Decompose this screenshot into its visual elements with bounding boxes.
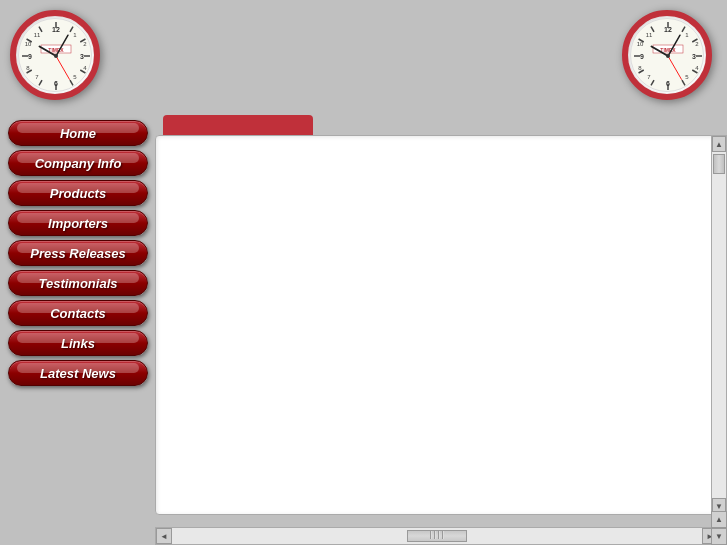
scroll-left-button[interactable]: ◄ xyxy=(156,528,172,544)
content-area: ▲ ▼ ◄ xyxy=(155,115,727,545)
active-tab[interactable] xyxy=(163,115,313,135)
scroll-thumb-horizontal[interactable] xyxy=(407,530,467,542)
svg-text:2: 2 xyxy=(83,41,87,47)
svg-line-37 xyxy=(651,80,654,85)
svg-text:3: 3 xyxy=(80,53,84,60)
svg-line-35 xyxy=(682,80,685,85)
svg-text:7: 7 xyxy=(35,74,39,80)
nav-latest-news[interactable]: Latest News xyxy=(8,360,148,386)
svg-text:9: 9 xyxy=(640,53,644,60)
svg-text:11: 11 xyxy=(646,32,653,38)
scroll-up-button[interactable]: ▲ xyxy=(712,136,726,152)
nav-testimonials[interactable]: Testimonials xyxy=(8,270,148,296)
svg-line-5 xyxy=(70,80,73,85)
svg-text:6: 6 xyxy=(54,80,58,87)
vertical-scrollbar: ▲ ▼ xyxy=(711,135,727,515)
main-area: Home Company Info Products Importers Pre… xyxy=(0,115,727,545)
top-area: 12 3 6 9 1 2 4 5 7 8 10 11 TIMEX xyxy=(0,0,727,115)
clock-inner-left: 12 3 6 9 1 2 4 5 7 8 10 11 TIMEX xyxy=(18,18,92,92)
clock-right: 12 3 6 9 1 2 4 5 7 8 10 11 TIMEX xyxy=(622,10,712,100)
scroll-track-horizontal[interactable] xyxy=(172,528,702,544)
svg-text:2: 2 xyxy=(695,41,699,47)
svg-text:9: 9 xyxy=(28,53,32,60)
corner-scroll-up[interactable]: ▲ xyxy=(711,511,727,528)
svg-text:4: 4 xyxy=(83,65,87,71)
sidebar: Home Company Info Products Importers Pre… xyxy=(0,115,155,545)
svg-line-28 xyxy=(56,56,70,79)
content-frame xyxy=(155,135,719,515)
clock-face-right: 12 3 6 9 1 2 4 5 7 8 10 11 TIMEX xyxy=(622,10,712,100)
horizontal-scrollbar: ◄ ► xyxy=(155,527,719,545)
svg-line-11 xyxy=(39,27,42,32)
svg-line-31 xyxy=(682,27,685,32)
clock-inner-right: 12 3 6 9 1 2 4 5 7 8 10 11 TIMEX xyxy=(630,18,704,92)
svg-text:3: 3 xyxy=(692,53,696,60)
svg-text:12: 12 xyxy=(664,26,672,33)
svg-text:1: 1 xyxy=(685,32,689,38)
svg-text:5: 5 xyxy=(73,74,77,80)
svg-line-1 xyxy=(70,27,73,32)
clock-left: 12 3 6 9 1 2 4 5 7 8 10 11 TIMEX xyxy=(10,10,100,100)
svg-text:8: 8 xyxy=(638,65,642,71)
svg-text:6: 6 xyxy=(666,80,670,87)
svg-point-29 xyxy=(54,54,58,58)
scroll-track-vertical[interactable] xyxy=(712,152,726,498)
svg-text:1: 1 xyxy=(73,32,77,38)
svg-text:10: 10 xyxy=(25,41,32,47)
corner-scroll-down[interactable]: ▼ xyxy=(711,528,727,545)
nav-company-info[interactable]: Company Info xyxy=(8,150,148,176)
nav-links[interactable]: Links xyxy=(8,330,148,356)
nav-importers[interactable]: Importers xyxy=(8,210,148,236)
svg-text:7: 7 xyxy=(647,74,651,80)
corner-scroll-buttons: ▲ ▼ xyxy=(711,511,727,545)
svg-text:8: 8 xyxy=(26,65,30,71)
tab-bar xyxy=(163,115,719,135)
svg-text:5: 5 xyxy=(685,74,689,80)
svg-line-58 xyxy=(668,56,682,79)
svg-point-59 xyxy=(666,54,670,58)
nav-products[interactable]: Products xyxy=(8,180,148,206)
svg-text:11: 11 xyxy=(34,32,41,38)
svg-text:4: 4 xyxy=(695,65,699,71)
scroll-grip xyxy=(430,531,444,539)
scroll-thumb-vertical[interactable] xyxy=(713,154,725,174)
svg-text:10: 10 xyxy=(637,41,644,47)
nav-contacts[interactable]: Contacts xyxy=(8,300,148,326)
nav-home[interactable]: Home xyxy=(8,120,148,146)
clock-face-left: 12 3 6 9 1 2 4 5 7 8 10 11 TIMEX xyxy=(10,10,100,100)
nav-press-releases[interactable]: Press Releases xyxy=(8,240,148,266)
svg-text:12: 12 xyxy=(52,26,60,33)
svg-line-41 xyxy=(651,27,654,32)
svg-line-7 xyxy=(39,80,42,85)
